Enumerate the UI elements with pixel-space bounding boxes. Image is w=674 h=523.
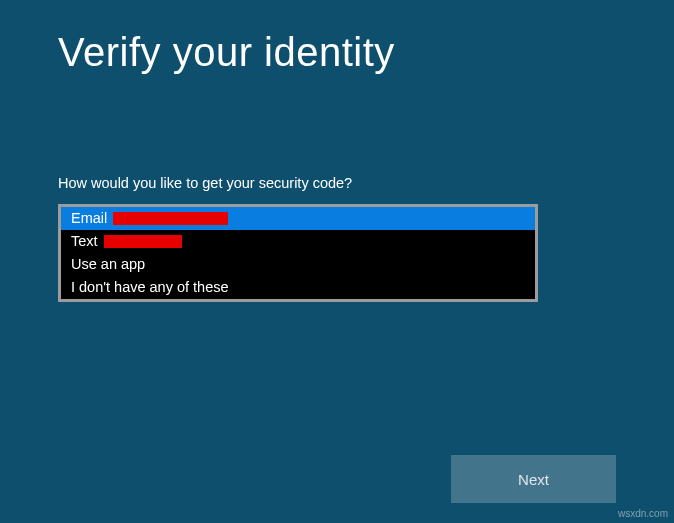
verification-method-listbox[interactable]: Email Text Use an appI don't have any of… [58, 204, 538, 302]
verification-option[interactable]: Email [61, 207, 535, 230]
prompt-text: How would you like to get your security … [58, 175, 616, 191]
redacted-text [104, 235, 182, 248]
watermark: wsxdn.com [618, 508, 668, 519]
verification-option[interactable]: Text [61, 230, 535, 253]
next-button[interactable]: Next [451, 455, 616, 503]
option-label: Email [71, 209, 111, 228]
redacted-text [113, 212, 228, 225]
option-label: Text [71, 232, 102, 251]
option-label: I don't have any of these [71, 278, 229, 297]
verification-option[interactable]: I don't have any of these [61, 276, 535, 299]
page-title: Verify your identity [58, 30, 616, 75]
verification-option[interactable]: Use an app [61, 253, 535, 276]
option-label: Use an app [71, 255, 145, 274]
